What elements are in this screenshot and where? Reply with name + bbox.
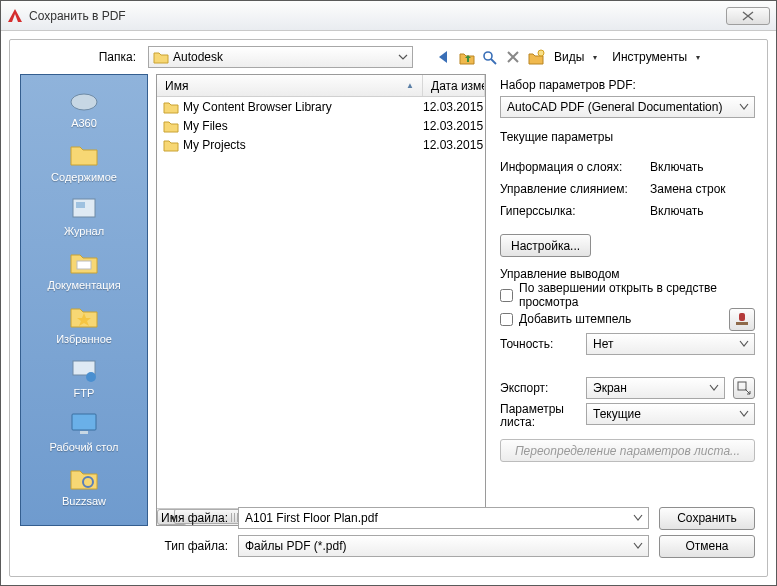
chevron-down-icon: ▾ — [696, 53, 706, 62]
sidebar-item-label: Избранное — [56, 333, 112, 345]
sidebar-item-buzzsaw[interactable]: Buzzsaw — [21, 459, 147, 511]
save-button[interactable]: Сохранить — [659, 507, 755, 530]
list-item[interactable]: My Projects 12.03.2015 — [157, 135, 485, 154]
chevron-down-icon: ▾ — [593, 53, 603, 62]
param-key: Гиперссылка: — [500, 204, 650, 218]
preset-combo[interactable]: AutoCAD PDF (General Documentation) — [500, 96, 755, 118]
column-date[interactable]: Дата изме — [423, 75, 485, 96]
param-value: Включать — [650, 160, 704, 174]
filename-input[interactable]: A101 First Floor Plan.pdf — [238, 507, 649, 529]
file-name: My Projects — [183, 138, 246, 152]
folder-value: Autodesk — [173, 50, 223, 64]
override-sheet-button: Переопределение параметров листа... — [500, 439, 755, 462]
current-params-label: Текущие параметры — [500, 130, 755, 144]
rows: My Content Browser Library 12.03.2015 My… — [157, 97, 485, 508]
filetype-label: Тип файла: — [158, 539, 228, 553]
column-name[interactable]: Имя ▲ — [157, 75, 423, 96]
chevron-down-icon — [633, 541, 643, 551]
export-value: Экран — [593, 381, 627, 395]
stamp-checkbox[interactable] — [500, 313, 513, 326]
sidebar-item-a360[interactable]: A360 — [21, 81, 147, 133]
list-item[interactable]: My Files 12.03.2015 — [157, 116, 485, 135]
top-row: Папка: Autodesk Виды ▾ Инструменты ▾ — [10, 40, 767, 74]
chevron-down-icon — [633, 513, 643, 523]
star-folder-icon — [67, 301, 101, 331]
folder-icon — [163, 138, 179, 152]
cancel-button[interactable]: Отмена — [659, 535, 755, 558]
chevron-down-icon — [739, 409, 749, 419]
chevron-down-icon — [709, 383, 719, 393]
svg-rect-12 — [739, 313, 745, 321]
delete-icon[interactable] — [504, 48, 522, 66]
export-combo[interactable]: Экран — [586, 377, 725, 399]
select-window-icon — [737, 381, 751, 395]
history-icon — [67, 193, 101, 223]
precision-value: Нет — [593, 337, 613, 351]
filename-label: Имя файла: — [158, 511, 228, 525]
export-label: Экспорт: — [500, 381, 578, 395]
file-list[interactable]: Имя ▲ Дата изме My Content Browser Libra… — [156, 74, 486, 526]
sort-asc-icon: ▲ — [406, 81, 414, 90]
sidebar-item-desktop[interactable]: Рабочий стол — [21, 405, 147, 457]
back-button[interactable] — [435, 48, 453, 66]
views-menu[interactable]: Виды — [550, 50, 588, 64]
right-panel: Набор параметров PDF: AutoCAD PDF (Gener… — [486, 74, 767, 526]
filetype-value: Файлы PDF (*.pdf) — [245, 539, 346, 553]
toolbar-icons: Виды ▾ Инструменты ▾ — [435, 48, 706, 66]
window-select-button[interactable] — [733, 377, 755, 399]
dialog-window: Сохранить в PDF Папка: Autodesk — [0, 0, 777, 586]
open-after-checkbox[interactable] — [500, 289, 513, 302]
sidebar-item-label: Содержимое — [51, 171, 117, 183]
chevron-down-icon — [398, 50, 408, 64]
tools-menu[interactable]: Инструменты — [608, 50, 691, 64]
override-sheet-label: Переопределение параметров листа... — [515, 444, 740, 458]
svg-rect-14 — [738, 382, 746, 390]
precision-combo[interactable]: Нет — [586, 333, 755, 355]
list-item[interactable]: My Content Browser Library 12.03.2015 — [157, 97, 485, 116]
sidebar-item-ftp[interactable]: FTP — [21, 351, 147, 403]
sidebar-item-docs[interactable]: Документация — [21, 243, 147, 295]
svg-point-0 — [484, 52, 492, 60]
sheet-label: Параметры листа: — [500, 403, 578, 429]
stamp-settings-button[interactable] — [729, 308, 755, 331]
settings-button[interactable]: Настройка... — [500, 234, 591, 257]
svg-point-3 — [71, 94, 97, 110]
output-group-label: Управление выводом — [500, 267, 755, 281]
chevron-down-icon — [739, 339, 749, 349]
sidebar-item-label: FTP — [74, 387, 95, 399]
sidebar-item-favorites[interactable]: Избранное — [21, 297, 147, 349]
inner-frame: Папка: Autodesk Виды ▾ Инструменты ▾ — [9, 39, 768, 577]
preset-value: AutoCAD PDF (General Documentation) — [507, 100, 722, 114]
precision-label: Точность: — [500, 337, 578, 351]
param-key: Информация о слоях: — [500, 160, 650, 174]
filetype-combo[interactable]: Файлы PDF (*.pdf) — [238, 535, 649, 557]
search-icon[interactable] — [481, 48, 499, 66]
column-name-label: Имя — [165, 79, 188, 93]
folder-icon — [67, 463, 101, 493]
stamp-label: Добавить штемпель — [519, 312, 631, 326]
folder-icon — [67, 139, 101, 169]
sidebar-item-label: Журнал — [64, 225, 104, 237]
cancel-button-label: Отмена — [685, 539, 728, 553]
cloud-icon — [67, 85, 101, 115]
preset-label: Набор параметров PDF: — [500, 78, 755, 92]
sidebar-item-label: Рабочий стол — [49, 441, 118, 453]
desktop-icon — [67, 409, 101, 439]
sidebar-item-content[interactable]: Содержимое — [21, 135, 147, 187]
svg-point-2 — [538, 50, 544, 56]
up-folder-button[interactable] — [458, 48, 476, 66]
folder-label: Папка: — [24, 50, 142, 64]
svg-rect-5 — [76, 202, 85, 208]
new-folder-icon[interactable] — [527, 48, 545, 66]
filename-value: A101 First Floor Plan.pdf — [245, 511, 378, 525]
sheet-combo[interactable]: Текущие — [586, 403, 755, 425]
folder-combo[interactable]: Autodesk — [148, 46, 413, 68]
body: A360 Содержимое Журнал Документация Избр… — [10, 74, 767, 526]
svg-rect-10 — [80, 431, 88, 434]
param-value: Включать — [650, 204, 704, 218]
close-button[interactable] — [726, 7, 770, 25]
sidebar-item-history[interactable]: Журнал — [21, 189, 147, 241]
file-list-wrap: Имя ▲ Дата изме My Content Browser Libra… — [156, 74, 486, 526]
svg-rect-13 — [736, 322, 748, 325]
folder-icon — [153, 50, 169, 64]
